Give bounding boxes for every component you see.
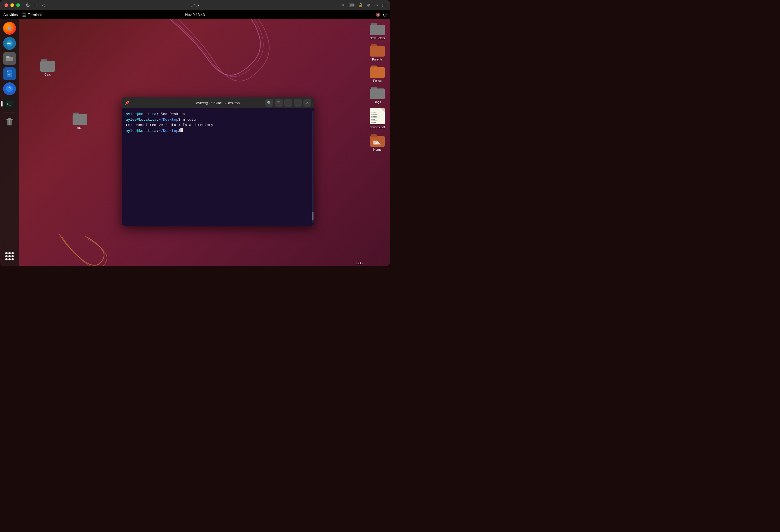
foxes-folder-icon: [370, 65, 385, 78]
activities-button[interactable]: Activities: [3, 13, 18, 17]
window-title: Linux: [191, 3, 199, 7]
foxes-folder-label: Foxes: [373, 79, 382, 82]
tutu-folder-label: tutu: [77, 126, 82, 129]
terminal-line-4: aylee@kotakita : ~/Desktop $: [126, 128, 310, 134]
terminal-menu-button[interactable]: ☰: [275, 99, 283, 107]
minimize-button[interactable]: [10, 3, 14, 7]
term-user-4: aylee@kotakita: [126, 128, 156, 134]
title-bar-right-icons: ✳ ⌨ 🔒 ⊕ ▭ ▢: [342, 3, 386, 7]
parents-folder-label: Parents: [372, 58, 383, 61]
svg-point-2: [8, 26, 11, 30]
term-path-2: ~/Desktop: [158, 117, 178, 123]
term-path-1: ~: [158, 111, 161, 117]
terminal-menu-label: Terminal: [28, 13, 42, 17]
battery-icon[interactable]: ▭: [374, 3, 378, 7]
term-path-4: ~/Desktop: [158, 128, 178, 134]
terminal-close-button[interactable]: ✕: [303, 99, 311, 107]
terminal-titlebar: 📌 aylee@kotakita: ~/Desktop 🔍 ☰ − □ ✕: [122, 97, 314, 108]
new-folder-icon: [370, 23, 385, 35]
sidebar-icon-help[interactable]: ?: [3, 82, 16, 95]
svg-rect-9: [8, 74, 10, 74]
sidebar-icon-libreoffice[interactable]: [3, 67, 16, 80]
desktop-icon-devops-pdf[interactable]: FOSILL ■■■■■■■■■■■■■■■■■■■■■■■■■■■■■■■■■…: [366, 107, 389, 130]
svg-rect-0: [23, 13, 26, 16]
svg-rect-5: [6, 56, 9, 58]
parents-folder-icon: [370, 44, 385, 57]
terminal-title: aylee@kotakita: ~/Desktop: [196, 101, 240, 105]
desktop-icon-foxes[interactable]: Foxes: [366, 64, 389, 84]
term-prompt-1: $: [161, 111, 163, 117]
desktop-icons-right: New Folder Parents Foxes: [365, 19, 390, 266]
sidebar-icon-terminal[interactable]: >_: [3, 97, 16, 110]
term-output-3: rm: cannot remove 'tutu': Is a directory: [126, 122, 213, 128]
terminal-scrollbar-thumb: [312, 212, 313, 220]
terminal-minimize-button[interactable]: −: [284, 99, 292, 107]
desktop-icon-home[interactable]: Home: [366, 132, 389, 152]
term-prompt-2: $: [178, 117, 181, 123]
terminal-menu-icon: [22, 13, 26, 16]
svg-rect-17: [8, 118, 11, 119]
bluetooth-icon[interactable]: ⊕: [367, 3, 371, 7]
maximize-button[interactable]: [16, 3, 20, 7]
terminal-search-button[interactable]: 🔍: [265, 99, 273, 107]
power-status-icon[interactable]: ⏻: [383, 13, 387, 17]
terminal-pin-icon[interactable]: 📌: [125, 101, 130, 105]
terminal-scrollbar[interactable]: [312, 111, 313, 223]
gnome-bar-left: Activities Terminal: [3, 13, 42, 17]
screen-icon[interactable]: ▢: [382, 3, 386, 7]
lock-icon[interactable]: 🔒: [358, 3, 363, 7]
terminal-line-3: rm: cannot remove 'tutu': Is a directory: [126, 122, 310, 128]
close-button[interactable]: [4, 3, 8, 7]
term-sep-4: :: [156, 128, 158, 134]
gnome-datetime: Nov 9 13:43: [185, 13, 205, 17]
svg-rect-8: [8, 73, 11, 73]
term-sep-1: :: [156, 111, 158, 117]
terminal-content: aylee@kotakita : ~ $ cd Desktop aylee@ko…: [122, 108, 314, 226]
gnome-bar-right: 🔇 ⏻: [376, 13, 387, 17]
rewind-icon[interactable]: ◁: [41, 3, 46, 7]
svg-text:>_: >_: [7, 102, 11, 106]
tutu-folder-icon: [72, 113, 87, 125]
sidebar-icon-thunderbird[interactable]: [3, 37, 16, 50]
sidebar-icon-trash[interactable]: [3, 115, 16, 128]
keyboard-icon[interactable]: ⌨: [349, 3, 354, 7]
power-icon[interactable]: ⏻: [26, 3, 30, 7]
terminal-cursor: [181, 128, 183, 132]
terminal-menu[interactable]: Terminal: [22, 13, 42, 17]
main-area: ? >_: [0, 19, 390, 266]
term-user-1: aylee@kotakita: [126, 111, 156, 117]
todo-label: ToDo: [355, 262, 362, 265]
desktop-icon-dogs[interactable]: Dogs: [366, 86, 389, 105]
volume-icon[interactable]: 🔇: [376, 13, 380, 17]
pdf-thumbnail: FOSILL ■■■■■■■■■■■■■■■■■■■■■■■■■■■■■■■■■…: [371, 111, 384, 123]
brightness-icon[interactable]: ✳: [342, 3, 345, 7]
gnome-bar: Activities Terminal Nov 9 13:43 🔇 ⏻: [0, 10, 390, 19]
title-bar-controls: ⏻ ⏸ ◁: [26, 3, 46, 7]
desktop-icon-tutu[interactable]: tutu: [69, 111, 91, 130]
terminal-line-2: aylee@kotakita : ~/Desktop $ rm tutu: [126, 117, 310, 123]
title-bar: ⏻ ⏸ ◁ Linux ✳ ⌨ 🔒 ⊕ ▭ ▢: [0, 0, 390, 10]
new-folder-label: New Folder: [370, 37, 385, 40]
terminal-controls: 🔍 ☰ − □ ✕: [265, 99, 311, 107]
traffic-lights: [4, 3, 20, 7]
devops-pdf-label: devops.pdf: [370, 125, 385, 129]
sidebar-icon-firefox[interactable]: [3, 22, 16, 35]
pause-icon[interactable]: ⏸: [33, 3, 38, 7]
dogs-folder-label: Dogs: [374, 100, 381, 104]
term-cmd-2: rm tutu: [181, 117, 196, 123]
desktop-icon-new-folder[interactable]: New Folder: [366, 22, 389, 41]
mac-window: ⏻ ⏸ ◁ Linux ✳ ⌨ 🔒 ⊕ ▭ ▢ Activities Termi…: [0, 0, 390, 266]
home-folder-label: Home: [373, 148, 381, 151]
cats-folder-icon: [40, 59, 55, 72]
terminal-line-1: aylee@kotakita : ~ $ cd Desktop: [126, 111, 310, 117]
terminal-maximize-button[interactable]: □: [294, 99, 302, 107]
dogs-folder-icon: [370, 87, 385, 99]
terminal-window: 📌 aylee@kotakita: ~/Desktop 🔍 ☰ − □ ✕ ay…: [122, 97, 314, 226]
app-grid-button[interactable]: [3, 250, 16, 263]
devops-pdf-icon: FOSILL ■■■■■■■■■■■■■■■■■■■■■■■■■■■■■■■■■…: [370, 108, 385, 124]
home-folder-icon: [370, 133, 385, 147]
desktop-icon-cats[interactable]: Cats: [37, 58, 59, 77]
sidebar-icon-files[interactable]: [3, 52, 16, 65]
desktop-icon-parents[interactable]: Parents: [366, 43, 389, 62]
svg-text:?: ?: [8, 86, 11, 91]
